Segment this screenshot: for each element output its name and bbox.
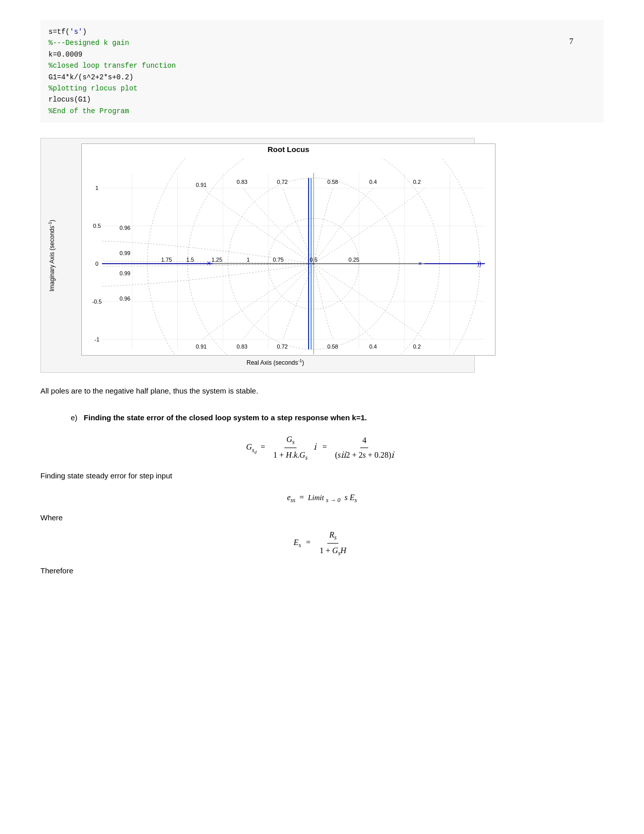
svg-text:0.72: 0.72 [277, 343, 287, 349]
plot-area: Root Locus [81, 143, 496, 356]
svg-text:-2: -2 [127, 354, 132, 356]
root-locus-svg: × × )) -2 -1.5 -1 -0.5 0 0.5 1 0.5 0 -0.… [82, 158, 495, 356]
svg-text:1: 1 [246, 257, 250, 263]
svg-text:)): )) [477, 260, 481, 267]
svg-text:1: 1 [95, 185, 98, 191]
svg-rect-0 [82, 163, 495, 356]
svg-text:0.5: 0.5 [93, 223, 101, 229]
svg-text:0.96: 0.96 [120, 225, 130, 231]
where-label: Where [40, 512, 604, 524]
svg-text:0.99: 0.99 [120, 270, 130, 276]
svg-text:1.5: 1.5 [186, 257, 194, 263]
svg-text:0.99: 0.99 [120, 250, 130, 256]
svg-text:×: × [207, 259, 211, 267]
svg-text:0.4: 0.4 [369, 179, 377, 185]
svg-text:0.75: 0.75 [273, 257, 283, 263]
svg-text:0.96: 0.96 [120, 295, 130, 301]
svg-text:0.91: 0.91 [196, 343, 207, 349]
plot-wrapper: Imaginary Axis (seconds-1) Root Locus [46, 143, 469, 367]
svg-text:0.2: 0.2 [413, 179, 421, 185]
svg-text:-1: -1 [220, 354, 225, 356]
section-e-label: e) [71, 413, 82, 422]
svg-text:-1: -1 [94, 336, 100, 342]
svg-text:0.58: 0.58 [327, 179, 338, 185]
page-number: 7 [569, 35, 573, 47]
stability-text: All poles are to the negative half plane… [40, 385, 604, 397]
svg-text:×: × [418, 260, 422, 267]
section-e-heading: e) Finding the state error of the closed… [71, 412, 604, 424]
svg-text:0: 0 [312, 354, 315, 356]
math-gs-equation: Gsd = Gs 1 + H.k.Gs i̇ = 4 (si̇i̇2 + 2s … [40, 433, 604, 462]
svg-text:0.25: 0.25 [349, 257, 359, 263]
svg-text:0.5: 0.5 [471, 354, 478, 356]
svg-text:-0.5: -0.5 [264, 354, 273, 356]
therefore-label: Therefore [40, 565, 604, 577]
svg-text:1.25: 1.25 [212, 257, 222, 263]
svg-text:0.72: 0.72 [277, 179, 287, 185]
code-block: s=tf('s') %---Designed k gain k=0.0009 %… [40, 20, 604, 123]
svg-text:-0.5: -0.5 [92, 298, 102, 304]
svg-text:0.83: 0.83 [237, 179, 247, 185]
svg-text:0: 0 [95, 261, 98, 267]
svg-text:0.83: 0.83 [237, 343, 247, 349]
svg-text:0.4: 0.4 [369, 343, 377, 349]
svg-text:1.75: 1.75 [161, 257, 172, 263]
math-ess-equation: ess = Limit s → 0 s Es [40, 492, 604, 505]
svg-text:0.2: 0.2 [413, 343, 421, 349]
plot-title: Root Locus [82, 144, 495, 156]
desc-step-input: Finding state steady error for step inpu… [40, 470, 604, 482]
y-axis-label: Imaginary Axis (seconds-1) [47, 220, 57, 291]
svg-text:0.91: 0.91 [196, 182, 207, 188]
svg-text:-1.5: -1.5 [173, 354, 182, 356]
svg-text:0.58: 0.58 [327, 343, 338, 349]
plot-container: Imaginary Axis (seconds-1) Root Locus [40, 138, 475, 373]
svg-text:0.5: 0.5 [310, 257, 317, 263]
math-es-equation: Es = Rs 1 + GsH [40, 529, 604, 558]
x-axis-label: Real Axis (seconds-1) [81, 358, 469, 367]
section-e-title: Finding the state error of the closed lo… [84, 413, 367, 422]
